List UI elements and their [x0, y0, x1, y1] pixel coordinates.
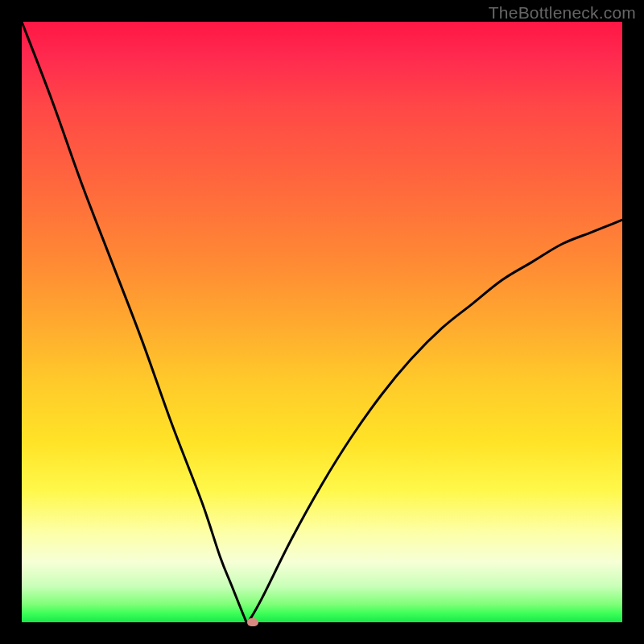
watermark-text: TheBottleneck.com: [489, 3, 636, 23]
chart-frame: TheBottleneck.com: [0, 0, 644, 644]
curve-path: [22, 22, 622, 623]
optimum-marker: [247, 618, 258, 626]
bottleneck-curve: [22, 22, 622, 622]
plot-area: [22, 22, 622, 622]
